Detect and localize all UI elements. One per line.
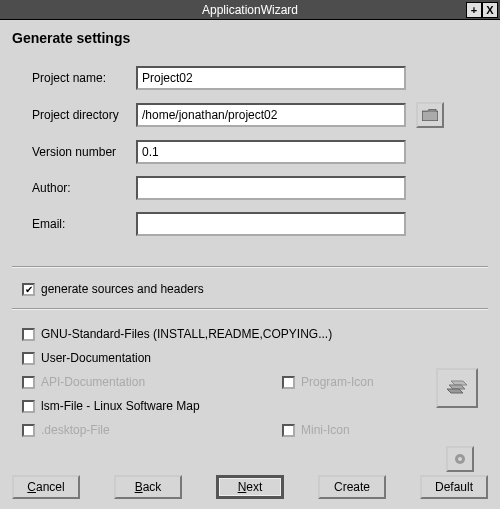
project-name-label: Project name: bbox=[32, 71, 136, 85]
folder-icon bbox=[422, 109, 438, 121]
generate-sources-checkbox[interactable]: ✔ bbox=[22, 283, 35, 296]
project-directory-label: Project directory bbox=[32, 108, 136, 122]
mini-icon-preview-button[interactable] bbox=[446, 446, 474, 472]
project-directory-input[interactable] bbox=[136, 103, 406, 127]
email-label: Email: bbox=[32, 217, 136, 231]
back-button[interactable]: Back bbox=[114, 475, 182, 499]
next-button[interactable]: Next bbox=[216, 475, 284, 499]
cancel-button[interactable]: Cancel bbox=[12, 475, 80, 499]
svg-marker-0 bbox=[451, 381, 467, 385]
gnu-files-checkbox[interactable] bbox=[22, 328, 35, 341]
project-name-input[interactable] bbox=[136, 66, 406, 90]
mini-icon-label: Mini-Icon bbox=[301, 423, 350, 437]
separator bbox=[12, 308, 488, 310]
email-input[interactable] bbox=[136, 212, 406, 236]
user-documentation-label: User-Documentation bbox=[41, 351, 151, 365]
browse-directory-button[interactable] bbox=[416, 102, 444, 128]
desktop-file-label: .desktop-File bbox=[41, 423, 110, 437]
api-documentation-checkbox bbox=[22, 376, 35, 389]
version-number-label: Version number bbox=[32, 145, 136, 159]
page-title: Generate settings bbox=[12, 30, 488, 46]
window-title: ApplicationWizard bbox=[202, 3, 298, 17]
gnu-files-label: GNU-Standard-Files (INSTALL,README,COPYI… bbox=[41, 327, 332, 341]
layers-icon bbox=[445, 377, 469, 399]
separator bbox=[12, 266, 488, 268]
title-bar: ApplicationWizard + X bbox=[0, 0, 500, 20]
mini-icon-checkbox bbox=[282, 424, 295, 437]
maximize-button[interactable]: + bbox=[466, 2, 482, 18]
lsm-file-checkbox[interactable] bbox=[22, 400, 35, 413]
program-icon-checkbox bbox=[282, 376, 295, 389]
version-number-input[interactable] bbox=[136, 140, 406, 164]
lsm-file-label: lsm-File - Linux Software Map bbox=[41, 399, 200, 413]
gear-icon bbox=[453, 452, 467, 466]
program-icon-preview-button[interactable] bbox=[436, 368, 478, 408]
create-button[interactable]: Create bbox=[318, 475, 386, 499]
program-icon-label: Program-Icon bbox=[301, 375, 374, 389]
svg-point-4 bbox=[458, 457, 462, 461]
api-documentation-label: API-Documentation bbox=[41, 375, 145, 389]
author-input[interactable] bbox=[136, 176, 406, 200]
svg-marker-1 bbox=[449, 385, 465, 389]
default-button[interactable]: Default bbox=[420, 475, 488, 499]
generate-sources-label: generate sources and headers bbox=[41, 282, 204, 296]
close-button[interactable]: X bbox=[482, 2, 498, 18]
svg-marker-2 bbox=[447, 389, 463, 393]
user-documentation-checkbox[interactable] bbox=[22, 352, 35, 365]
author-label: Author: bbox=[32, 181, 136, 195]
desktop-file-checkbox bbox=[22, 424, 35, 437]
